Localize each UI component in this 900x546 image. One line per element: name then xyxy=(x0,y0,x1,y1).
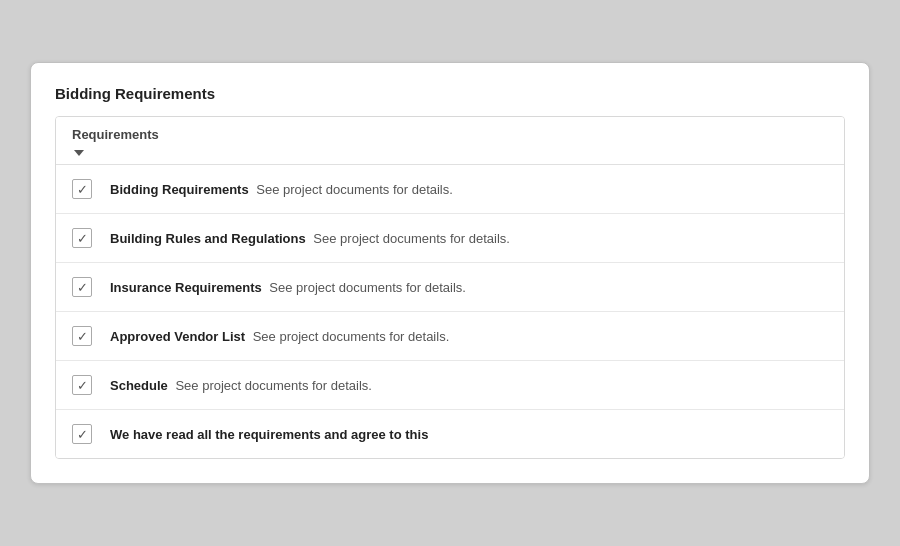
checkmark-icon: ✓ xyxy=(77,428,88,441)
row-detail-4: See project documents for details. xyxy=(253,329,450,344)
table-row: ✓ Building Rules and Regulations See pro… xyxy=(56,214,844,263)
checkmark-icon: ✓ xyxy=(77,183,88,196)
checkbox-row-5[interactable]: ✓ xyxy=(72,375,92,395)
row-text-2: Building Rules and Regulations See proje… xyxy=(110,231,510,246)
row-text-5: Schedule See project documents for detai… xyxy=(110,378,372,393)
table-header-label: Requirements xyxy=(72,127,828,142)
row-label-5: Schedule xyxy=(110,378,168,393)
table-row: ✓ We have read all the requirements and … xyxy=(56,410,844,458)
checkmark-icon: ✓ xyxy=(77,232,88,245)
row-detail-1: See project documents for details. xyxy=(256,182,453,197)
table-row: ✓ Bidding Requirements See project docum… xyxy=(56,165,844,214)
checkmark-icon: ✓ xyxy=(77,281,88,294)
chevron-down-icon[interactable] xyxy=(74,150,84,156)
row-text-4: Approved Vendor List See project documen… xyxy=(110,329,449,344)
table-row: ✓ Schedule See project documents for det… xyxy=(56,361,844,410)
checkbox-row-6[interactable]: ✓ xyxy=(72,424,92,444)
page-title: Bidding Requirements xyxy=(55,85,845,102)
checkmark-icon: ✓ xyxy=(77,379,88,392)
checkbox-row-1[interactable]: ✓ xyxy=(72,179,92,199)
checkbox-row-2[interactable]: ✓ xyxy=(72,228,92,248)
row-detail-2: See project documents for details. xyxy=(313,231,510,246)
row-label-3: Insurance Requirements xyxy=(110,280,262,295)
row-detail-5: See project documents for details. xyxy=(175,378,372,393)
row-label-4: Approved Vendor List xyxy=(110,329,245,344)
requirements-table: Requirements ✓ Bidding Requirements See … xyxy=(55,116,845,459)
table-header: Requirements xyxy=(56,117,844,165)
checkmark-icon: ✓ xyxy=(77,330,88,343)
row-label-2: Building Rules and Regulations xyxy=(110,231,306,246)
table-row: ✓ Insurance Requirements See project doc… xyxy=(56,263,844,312)
checkbox-row-3[interactable]: ✓ xyxy=(72,277,92,297)
outer-card: Bidding Requirements Requirements ✓ Bidd… xyxy=(30,62,870,484)
row-text-3: Insurance Requirements See project docum… xyxy=(110,280,466,295)
row-text-1: Bidding Requirements See project documen… xyxy=(110,182,453,197)
row-label-1: Bidding Requirements xyxy=(110,182,249,197)
row-text-6: We have read all the requirements and ag… xyxy=(110,427,428,442)
row-label-6: We have read all the requirements and ag… xyxy=(110,427,428,442)
checkbox-row-4[interactable]: ✓ xyxy=(72,326,92,346)
row-detail-3: See project documents for details. xyxy=(269,280,466,295)
table-row: ✓ Approved Vendor List See project docum… xyxy=(56,312,844,361)
